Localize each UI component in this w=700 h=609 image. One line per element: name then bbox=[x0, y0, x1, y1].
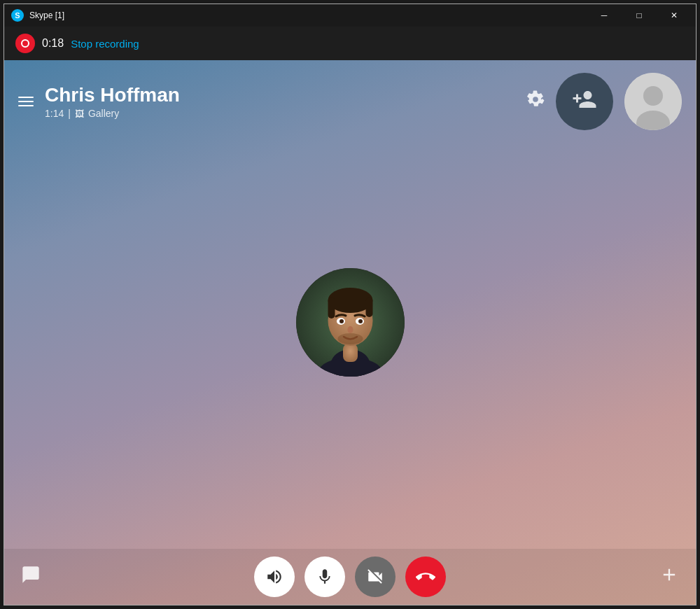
contact-avatar bbox=[296, 268, 405, 377]
hamburger-line-2 bbox=[18, 101, 34, 102]
title-bar: S Skype [1] ─ □ ✕ bbox=[4, 4, 696, 27]
local-user-avatar bbox=[624, 73, 682, 130]
call-duration: 1:14 bbox=[45, 108, 64, 119]
call-header-left: Chris Hoffman 1:14 | 🖼 Gallery bbox=[18, 84, 180, 119]
app-window: S Skype [1] ─ □ ✕ 0:18 Stop recording bbox=[4, 4, 696, 606]
gallery-icon: 🖼 bbox=[75, 108, 84, 119]
call-header: Chris Hoffman 1:14 | 🖼 Gallery bbox=[4, 60, 696, 137]
hangup-button[interactable] bbox=[405, 556, 446, 597]
skype-logo-icon: S bbox=[11, 9, 24, 22]
svg-point-1 bbox=[643, 86, 663, 106]
svg-rect-6 bbox=[343, 344, 358, 362]
svg-point-13 bbox=[340, 319, 344, 323]
svg-point-14 bbox=[358, 319, 363, 323]
svg-rect-10 bbox=[365, 298, 372, 317]
view-mode-label: Gallery bbox=[88, 108, 119, 119]
window-controls: ─ □ ✕ bbox=[588, 4, 690, 27]
maximize-button[interactable]: □ bbox=[623, 4, 655, 27]
controls-center bbox=[254, 556, 446, 597]
hamburger-line-1 bbox=[18, 97, 34, 98]
controls-right bbox=[659, 565, 679, 589]
close-button[interactable]: ✕ bbox=[658, 4, 690, 27]
svg-rect-9 bbox=[328, 298, 335, 318]
app-title: Skype [1] bbox=[29, 10, 64, 20]
chat-button[interactable] bbox=[21, 565, 41, 589]
call-area: Chris Hoffman 1:14 | 🖼 Gallery bbox=[4, 60, 696, 605]
call-subtitle: 1:14 | 🖼 Gallery bbox=[45, 108, 180, 119]
svg-point-16 bbox=[337, 333, 363, 344]
hamburger-line-3 bbox=[18, 105, 34, 106]
microphone-button[interactable] bbox=[304, 556, 345, 597]
contact-name: Chris Hoffman bbox=[45, 84, 180, 106]
hamburger-menu-button[interactable] bbox=[18, 97, 34, 106]
call-title-section: Chris Hoffman 1:14 | 🖼 Gallery bbox=[45, 84, 180, 119]
recording-timer: 0:18 bbox=[42, 37, 64, 50]
stop-recording-button[interactable]: Stop recording bbox=[71, 38, 139, 50]
record-indicator bbox=[21, 39, 29, 48]
add-person-button[interactable] bbox=[556, 73, 613, 130]
controls-left bbox=[21, 565, 41, 589]
call-header-right bbox=[526, 73, 682, 130]
minimize-button[interactable]: ─ bbox=[588, 4, 620, 27]
speaker-button[interactable] bbox=[254, 556, 295, 597]
add-person-icon bbox=[572, 87, 597, 117]
settings-icon[interactable] bbox=[526, 90, 545, 113]
video-button[interactable] bbox=[355, 556, 396, 597]
subtitle-separator: | bbox=[68, 108, 71, 119]
svg-point-15 bbox=[347, 326, 353, 333]
call-controls bbox=[4, 549, 696, 605]
add-button[interactable] bbox=[659, 565, 679, 589]
recording-bar: 0:18 Stop recording bbox=[4, 27, 696, 60]
title-bar-left: S Skype [1] bbox=[11, 9, 64, 22]
call-center bbox=[4, 137, 696, 549]
record-dot-icon bbox=[15, 34, 35, 53]
